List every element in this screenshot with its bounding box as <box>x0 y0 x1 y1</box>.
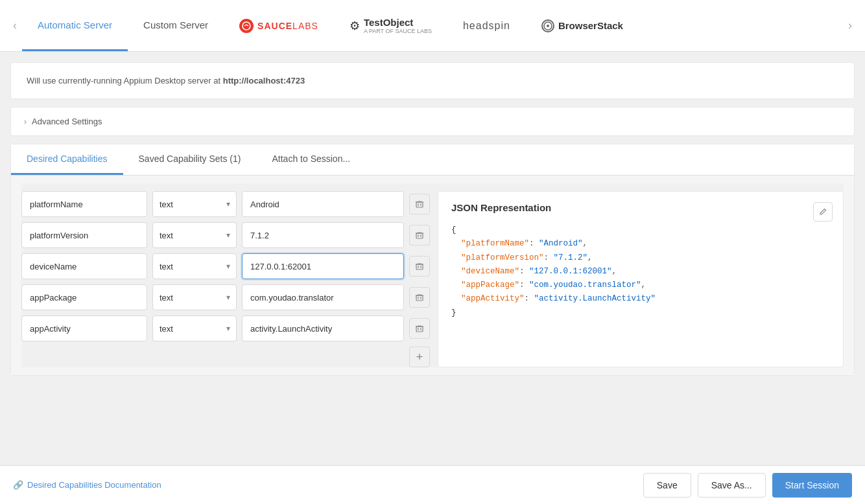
svg-rect-7 <box>416 233 423 238</box>
add-button-row: + <box>21 347 430 367</box>
main-content: Will use currently-running Appium Deskto… <box>0 52 865 386</box>
info-url: http://localhost:4723 <box>223 76 305 86</box>
table-row: textbooleannumberobjectlist <box>21 315 430 341</box>
tab-custom-server-label: Custom Server <box>143 19 208 30</box>
capability-type-wrapper-3: textbooleannumberobjectlist <box>152 284 237 310</box>
tab-custom-server[interactable]: Custom Server <box>128 0 224 51</box>
capability-name-1[interactable] <box>21 222 147 248</box>
add-capability-button[interactable]: + <box>409 347 430 367</box>
delete-capability-2-button[interactable] <box>409 256 430 277</box>
tab-testobject[interactable]: ⚙ TestObject A PART OF SAUCE LABS <box>334 0 447 51</box>
tab-attach-to-session[interactable]: Attach to Session... <box>256 144 366 175</box>
capability-type-wrapper-2: textbooleannumberobjectlist <box>152 253 237 279</box>
footer: 🔗 Desired Capabilities Documentation Sav… <box>0 465 865 504</box>
tab-saved-capability-sets[interactable]: Saved Capability Sets (1) <box>123 144 257 175</box>
capability-type-wrapper-4: textbooleannumberobjectlist <box>152 315 237 341</box>
svg-point-0 <box>243 22 250 30</box>
svg-point-2 <box>547 25 549 27</box>
table-row: textbooleannumberobjectlist <box>21 191 430 217</box>
capability-body: textbooleannumberobjectlist <box>11 176 854 375</box>
capability-name-3[interactable] <box>21 284 147 310</box>
tab-saucelabs[interactable]: SAUCELABS <box>224 0 334 51</box>
delete-capability-3-button[interactable] <box>409 287 430 308</box>
table-row: textbooleannumberobjectlist <box>21 284 430 310</box>
prev-tab-button[interactable]: ‹ <box>8 19 22 32</box>
chevron-right-icon: › <box>24 117 27 126</box>
delete-capability-0-button[interactable] <box>409 194 430 214</box>
saucelabs-icon <box>239 19 254 33</box>
browserstack-icon <box>541 19 554 32</box>
table-row: textbooleannumberobjectlist <box>21 222 430 248</box>
info-text: Will use currently-running Appium Deskto… <box>27 76 223 86</box>
footer-buttons: Save Save As... Start Session <box>643 473 852 498</box>
tab-browserstack[interactable]: BrowserStack <box>526 0 639 51</box>
capability-type-select-0[interactable]: textbooleannumberobjectlist <box>152 191 237 217</box>
delete-capability-1-button[interactable] <box>409 225 430 246</box>
capabilities-section: Desired Capabilities Saved Capability Se… <box>10 144 855 376</box>
capability-name-0[interactable] <box>21 191 147 217</box>
capability-type-wrapper-1: textbooleannumberobjectlist <box>152 222 237 248</box>
capability-name-4[interactable] <box>21 315 147 341</box>
json-edit-button[interactable] <box>813 202 833 222</box>
advanced-settings-toggle[interactable]: › Advanced Settings <box>10 107 855 136</box>
capability-type-select-4[interactable]: textbooleannumberobjectlist <box>152 315 237 341</box>
tab-desired-capabilities[interactable]: Desired Capabilities <box>11 144 123 175</box>
capability-area: textbooleannumberobjectlist <box>21 183 844 367</box>
delete-capability-4-button[interactable] <box>409 318 430 339</box>
tab-automatic-server[interactable]: Automatic Server <box>22 0 128 51</box>
testobject-icon: ⚙ <box>350 19 360 33</box>
svg-rect-11 <box>416 264 423 269</box>
advanced-settings-label: Advanced Settings <box>32 117 102 126</box>
capability-value-4[interactable] <box>242 315 404 341</box>
capability-tabs: Desired Capabilities Saved Capability Se… <box>11 144 854 176</box>
json-content: { "platformName": "Android", "platformVe… <box>451 223 830 320</box>
capability-type-wrapper-0: textbooleannumberobjectlist <box>152 191 237 217</box>
capability-name-2[interactable] <box>21 253 147 279</box>
json-panel: JSON Representation { "platformName": "A… <box>438 191 844 367</box>
capability-value-0[interactable] <box>242 191 404 217</box>
capability-type-select-1[interactable]: textbooleannumberobjectlist <box>152 222 237 248</box>
info-box: Will use currently-running Appium Deskto… <box>10 62 855 99</box>
svg-rect-19 <box>416 326 423 332</box>
json-panel-title: JSON Representation <box>451 202 830 213</box>
doc-link-label: Desired Capabilities Documentation <box>27 480 161 490</box>
capability-value-2[interactable] <box>242 253 404 279</box>
save-as-button[interactable]: Save As... <box>698 473 766 498</box>
capability-type-select-3[interactable]: textbooleannumberobjectlist <box>152 284 237 310</box>
svg-rect-3 <box>416 202 423 207</box>
link-icon: 🔗 <box>13 480 23 490</box>
capability-type-select-2[interactable]: textbooleannumberobjectlist <box>152 253 237 279</box>
capability-rows-panel: textbooleannumberobjectlist <box>21 191 430 367</box>
tab-headspin[interactable]: headspin <box>447 0 526 51</box>
tab-automatic-server-label: Automatic Server <box>38 19 112 30</box>
next-tab-button[interactable]: › <box>843 19 857 32</box>
svg-rect-15 <box>416 295 423 301</box>
table-row: textbooleannumberobjectlist <box>21 253 430 279</box>
capability-value-1[interactable] <box>242 222 404 248</box>
doc-link[interactable]: 🔗 Desired Capabilities Documentation <box>13 480 161 490</box>
start-session-button[interactable]: Start Session <box>772 473 852 498</box>
capability-value-3[interactable] <box>242 284 404 310</box>
save-button[interactable]: Save <box>643 473 691 498</box>
tab-bar: ‹ Automatic Server Custom Server SAUCELA… <box>0 0 865 52</box>
